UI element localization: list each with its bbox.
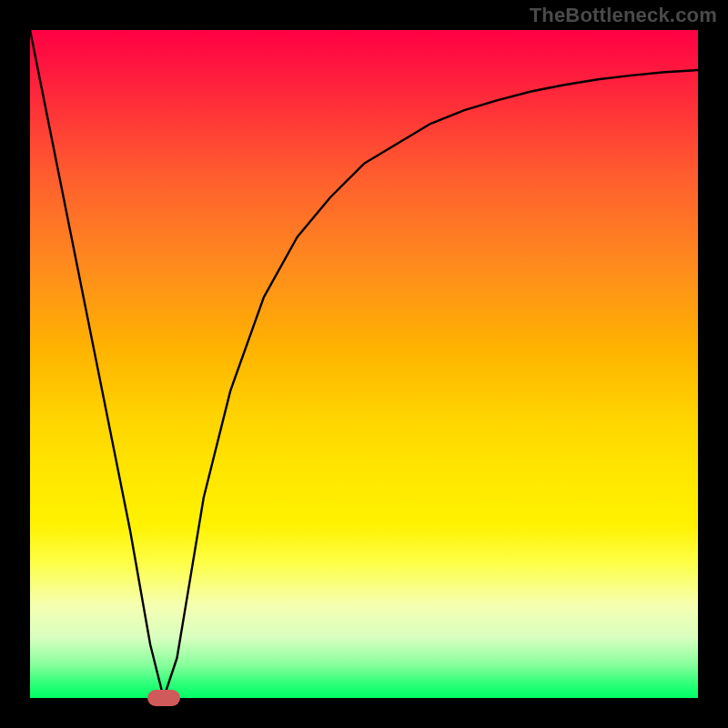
- optimal-marker: [147, 690, 180, 706]
- plot-area: [30, 30, 698, 698]
- chart-frame: TheBottleneck.com: [0, 0, 728, 728]
- bottleneck-curve: [30, 30, 698, 698]
- watermark-text: TheBottleneck.com: [530, 4, 717, 27]
- curve-layer: [30, 30, 698, 698]
